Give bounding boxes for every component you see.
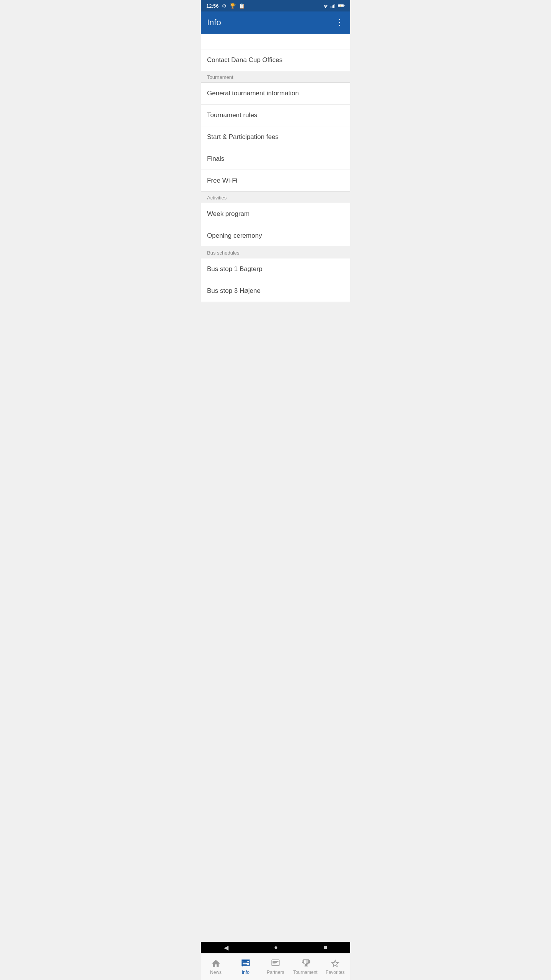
android-nav-bar: ◀ ● ■ bbox=[201, 942, 350, 953]
list-item[interactable]: Start & Participation fees bbox=[201, 126, 350, 148]
app-bar: Info ⋮ bbox=[201, 11, 350, 34]
list-item[interactable]: Week program bbox=[201, 203, 350, 225]
recent-apps-button[interactable]: ■ bbox=[324, 944, 328, 951]
wifi-icon bbox=[323, 3, 329, 8]
svg-rect-1 bbox=[332, 5, 333, 8]
trophy-icon: 🏆 bbox=[230, 3, 236, 9]
svg-rect-0 bbox=[331, 6, 331, 8]
svg-rect-2 bbox=[333, 5, 334, 8]
more-options-icon[interactable]: ⋮ bbox=[335, 18, 344, 28]
section-label-tournament: Tournament bbox=[201, 71, 350, 82]
list-item[interactable]: General tournament information bbox=[201, 83, 350, 105]
back-button[interactable]: ◀ bbox=[224, 944, 228, 951]
list-item[interactable]: Tournament rules bbox=[201, 105, 350, 126]
page-title: Info bbox=[207, 18, 221, 28]
list-item[interactable]: Bus stop 1 Bagterp bbox=[201, 258, 350, 280]
status-time: 12:56 bbox=[206, 3, 219, 9]
bus-list: Bus stop 1 Bagterp Bus stop 3 Højene bbox=[201, 258, 350, 302]
home-button[interactable]: ● bbox=[274, 944, 278, 951]
list-item[interactable]: Opening ceremony bbox=[201, 225, 350, 247]
list-item[interactable]: Finals bbox=[201, 148, 350, 170]
contact-card: Contact Dana Cup Offices bbox=[201, 34, 350, 71]
status-bar: 12:56 ⚙ 🏆 📋 ⚡ bbox=[201, 0, 350, 11]
signal-icon bbox=[331, 3, 336, 8]
section-label-bus: Bus schedules bbox=[201, 247, 350, 258]
status-bar-right: ⚡ bbox=[323, 3, 345, 8]
main-content: Contact Dana Cup Offices Tournament Gene… bbox=[201, 34, 350, 953]
clipboard-icon: 📋 bbox=[239, 3, 245, 9]
status-bar-left: 12:56 ⚙ 🏆 📋 bbox=[206, 3, 245, 9]
activities-list: Week program Opening ceremony bbox=[201, 203, 350, 247]
svg-rect-3 bbox=[334, 4, 335, 8]
section-label-activities: Activities bbox=[201, 192, 350, 203]
list-item[interactable]: Contact Dana Cup Offices bbox=[201, 49, 350, 71]
battery-icon: ⚡ bbox=[338, 3, 345, 8]
svg-rect-6 bbox=[344, 5, 344, 7]
svg-text:⚡: ⚡ bbox=[339, 5, 342, 7]
card-spacer bbox=[201, 34, 350, 49]
list-item[interactable]: Bus stop 3 Højene bbox=[201, 280, 350, 302]
tournament-list: General tournament information Tournamen… bbox=[201, 82, 350, 192]
list-item[interactable]: Free Wi-Fi bbox=[201, 170, 350, 191]
settings-icon: ⚙ bbox=[222, 3, 227, 9]
